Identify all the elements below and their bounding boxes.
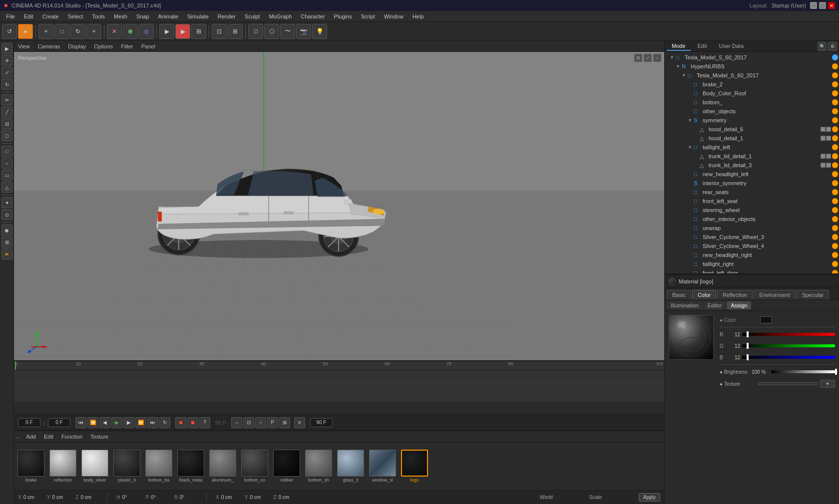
scale-left[interactable]: ⤢	[1, 67, 12, 78]
material-item-black-meta[interactable]: black_meta	[176, 450, 206, 483]
mat-subtab-editor[interactable]: Editor	[704, 301, 726, 309]
close-button[interactable]: ✕	[828, 2, 835, 9]
undo-button[interactable]: ↺	[2, 24, 17, 39]
polygon-object-button[interactable]: ⬡	[264, 24, 279, 39]
obj-row-tesla-child[interactable]: ▼ □ Tesla_Model_S_60_2017 ··	[666, 71, 838, 80]
timeline-tool5[interactable]: ⊞	[279, 417, 290, 428]
frame-options-button[interactable]: ?	[199, 417, 210, 428]
render-to-picture-viewer[interactable]: ⊞	[191, 24, 206, 39]
material-item-brake[interactable]: brake	[16, 450, 46, 483]
obj-row-brake2[interactable]: □ brake_2 ··	[666, 80, 838, 89]
obj-row-hood-detail-1[interactable]: △ hood_detail_1 ··	[666, 134, 838, 143]
b-channel-bar[interactable]	[742, 356, 835, 359]
material-item-bottom-sh[interactable]: bottom_sh	[304, 450, 334, 483]
stop-button[interactable]: ⏹	[187, 417, 198, 428]
viewport[interactable]: Perspective	[14, 52, 664, 360]
polygon-mode-button[interactable]: □	[54, 24, 69, 39]
timeline-end[interactable]: ≡	[294, 417, 305, 428]
mat-tab-specular[interactable]: Specular	[797, 290, 829, 299]
knife-left[interactable]: ╱	[1, 106, 12, 117]
timeline-tool3[interactable]: ○	[255, 417, 266, 428]
color-swatch[interactable]	[760, 316, 772, 323]
vp-menu-cameras[interactable]: Cameras	[36, 43, 62, 50]
menu-create[interactable]: Create	[38, 12, 63, 20]
current-frame-input[interactable]	[18, 418, 40, 427]
scale-tool-button[interactable]: ⊕	[123, 24, 138, 39]
brightness-bar[interactable]	[771, 370, 835, 373]
timeline-tool4[interactable]: P	[267, 417, 278, 428]
vp-menu-filter[interactable]: Filter	[119, 43, 135, 50]
object-cone-left[interactable]: △	[1, 182, 12, 193]
snap-button[interactable]: ⊞	[228, 24, 243, 39]
rotate-left[interactable]: ↻	[1, 79, 12, 90]
record-button[interactable]: ⏺	[175, 417, 186, 428]
camera-left[interactable]: ⊙	[1, 209, 12, 220]
obj-row-rear-seats[interactable]: □ rear_seats ··	[666, 188, 838, 197]
timeline-tool1[interactable]: ↔	[231, 417, 242, 428]
mat-toolbar-add[interactable]: Add	[24, 433, 38, 440]
g-channel-bar[interactable]	[742, 344, 835, 347]
spline-button[interactable]: 〜	[280, 24, 295, 39]
obj-row-hood-detail-6[interactable]: △ hood_detail_6 ··	[666, 125, 838, 134]
vp-nav-3[interactable]: ○	[653, 54, 661, 62]
mat-tab-basic[interactable]: Basic	[667, 290, 691, 299]
move-tool-button[interactable]: ✕	[107, 24, 122, 39]
menu-snap[interactable]: Snap	[132, 12, 153, 20]
mat-subtab-illumination[interactable]: Illumination	[667, 301, 703, 309]
menu-sculpt[interactable]: Sculpt	[241, 12, 264, 20]
obj-row-taillight-right[interactable]: □ taillight_right ··	[666, 259, 838, 268]
material-item-glass3[interactable]: glass_3	[336, 450, 366, 483]
null-object-button[interactable]: ∅	[248, 24, 263, 39]
start-frame-input[interactable]	[48, 418, 70, 427]
select-tool-left[interactable]: ▶	[1, 43, 12, 54]
end-frame-input[interactable]	[310, 418, 333, 427]
obj-row-body-color-roof[interactable]: □ Body_Color_Roof ··	[666, 89, 838, 98]
obj-row-taillight-left[interactable]: ▼ □ taillight_left ··	[666, 143, 838, 152]
next-key-button[interactable]: ⏩	[135, 417, 146, 428]
obj-row-new-headlight-right[interactable]: □ new_headlight_right ··	[666, 251, 838, 259]
vp-menu-panel[interactable]: Panel	[139, 43, 157, 50]
menu-script[interactable]: Script	[357, 12, 379, 20]
render-active-view-button[interactable]: ▶	[175, 24, 190, 39]
material-item-plastic3[interactable]: plastic_3	[112, 450, 142, 483]
material-item-reflection[interactable]: reflection	[48, 450, 78, 483]
move-left[interactable]: ✛	[1, 55, 12, 66]
material-item-bottom-ba[interactable]: bottom_ba	[144, 450, 174, 483]
material-item-rubber[interactable]: rubber	[272, 450, 302, 483]
vp-menu-options[interactable]: Options	[92, 43, 115, 50]
polygon-pen-left[interactable]: ✏	[1, 94, 12, 105]
mat-tab-reflection[interactable]: Reflection	[717, 290, 753, 299]
obj-row-symmetry[interactable]: ▼ S symmetry ··	[666, 116, 838, 125]
menu-select[interactable]: Select	[64, 12, 87, 20]
edge-mode-button[interactable]: ↻	[70, 24, 85, 39]
material-item-bottom-co[interactable]: bottom_co	[240, 450, 270, 483]
prev-key-button[interactable]: ⏪	[87, 417, 98, 428]
menu-plugins[interactable]: Plugins	[330, 12, 356, 20]
coordinate-manager-button[interactable]: ⊡	[212, 24, 227, 39]
loop-button[interactable]: ↻	[159, 417, 170, 428]
light-button[interactable]: 💡	[312, 24, 327, 39]
menu-tools[interactable]: Tools	[88, 12, 109, 20]
obj-row-front-left-door[interactable]: □ front_left_door ··	[666, 268, 838, 273]
rotate-tool-button[interactable]: ◎	[139, 24, 154, 39]
maximize-button[interactable]: □	[819, 2, 826, 9]
bevel-left[interactable]: ⬡	[1, 130, 12, 141]
obj-row-silver-cyclone-4[interactable]: □ Silver_Cyclone_Wheel_4 ··	[666, 242, 838, 251]
menu-simulate[interactable]: Simulate	[183, 12, 213, 20]
mode-tab-edit[interactable]: Edit	[693, 42, 712, 51]
obj-row-trunk-lid-detail1[interactable]: △ trunk_lid_detail_1 ··	[666, 152, 838, 161]
obj-row-steering-wheel[interactable]: □ steering_wheel ··	[666, 206, 838, 215]
timeline-tracks[interactable]	[14, 370, 664, 414]
obj-row-front-left-seat[interactable]: □ front_left_seat ··	[666, 197, 838, 206]
obj-row-root[interactable]: ▼ □ Tesla_Model_S_60_2017 ··	[666, 53, 838, 62]
go-end-button[interactable]: ⏭	[147, 417, 158, 428]
material-item-window-si[interactable]: window_si	[368, 450, 398, 483]
vp-nav-1[interactable]: ⊞	[634, 54, 642, 62]
extrude-left[interactable]: ⊟	[1, 118, 12, 129]
object-mode-button[interactable]: +	[38, 24, 53, 39]
obj-row-hypernurbs[interactable]: ▼ N HyperNURBS ··	[666, 62, 838, 71]
texture-button[interactable]: ▼	[820, 380, 835, 388]
menu-mesh[interactable]: Mesh	[110, 12, 131, 20]
menu-file[interactable]: File	[2, 12, 19, 20]
mode-tab-mode[interactable]: Mode	[667, 42, 691, 51]
